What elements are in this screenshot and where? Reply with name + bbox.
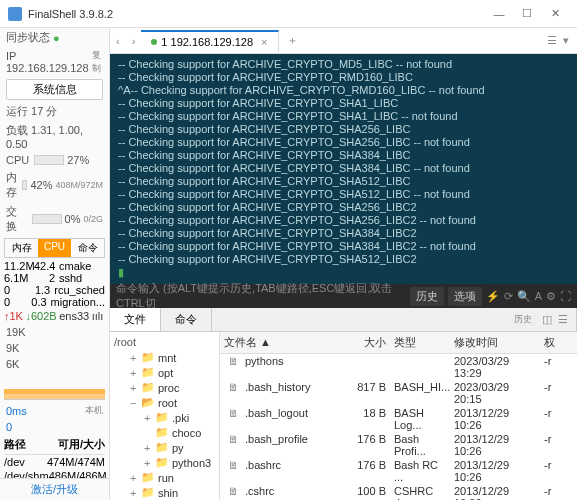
expand-icon: − [130,397,138,409]
file-row[interactable]: 🗎.bash_history817 BBASH_HI...2023/03/29 … [220,380,577,406]
search-icon[interactable]: 🔍 [517,290,531,303]
history-badge[interactable]: 历史 [510,313,536,326]
sidebar-toggle-icon[interactable]: ☰ [547,34,557,47]
proc-tabs[interactable]: 内存 CPU 命令 [4,238,105,258]
file-header[interactable]: 文件名 ▲大小类型修改时间权 [220,332,577,354]
activate-button[interactable]: 激活/升级 [0,478,109,500]
file-row[interactable]: 🗎.bash_profile176 BBash Profi...2013/12/… [220,432,577,458]
tab-cmd[interactable]: 命令 [71,239,104,257]
tree-node[interactable]: +📁 run [112,470,217,485]
tree-node[interactable]: +📁 py [112,440,217,455]
expand-icon: + [130,367,138,379]
tree-node[interactable]: +📁 shin [112,485,217,500]
sparkline [4,374,105,400]
sync-status-label: 同步状态 [6,30,50,45]
file-row[interactable]: 🗎.cshrc100 BCSHRC 文...2013/12/29 10:26-r [220,484,577,500]
options-button[interactable]: 选项 [448,287,482,306]
file-tabs: 文件 命令 历史 ◫ ☰ [110,308,577,332]
tree-node[interactable]: −📂 root [112,395,217,410]
list-icon[interactable]: ☰ [558,313,568,326]
swap-val: 0/2G [83,214,103,224]
breadcrumb[interactable]: /root [112,334,217,350]
term-line: -- Checking support for ARCHIVE_CRYPTO_S… [118,136,569,149]
tab-commands[interactable]: 命令 [161,308,212,331]
dir-tree[interactable]: /root +📁 mnt+📁 opt+📁 proc−📂 root+📁 .pki📁… [110,332,220,500]
flash-icon[interactable]: ⚡ [486,290,500,303]
font-inc-icon[interactable]: A [535,290,542,302]
menu-icon[interactable]: ▾ [563,34,569,47]
tree-node[interactable]: +📁 opt [112,365,217,380]
file-icon: 🗎 [224,355,243,367]
term-line: -- Checking support for ARCHIVE_CRYPTO_S… [118,227,569,240]
tree-node[interactable]: +📁 mnt [112,350,217,365]
file-row[interactable]: 🗎.bashrc176 BBash RC ...2013/12/29 10:26… [220,458,577,484]
term-line: -- Checking support for ARCHIVE_CRYPTO_S… [118,214,569,227]
tab-files[interactable]: 文件 [110,308,161,331]
tab-label: 1 192.168.129.128 [161,36,253,48]
tab-add-icon[interactable]: ＋ [279,33,306,48]
folder-icon: 📁 [155,411,169,424]
tab-prev-icon[interactable]: ‹ [110,35,126,47]
close-button[interactable]: ✕ [541,4,569,24]
tree-node[interactable]: +📁 python3 [112,455,217,470]
cpu-pct: 27% [67,154,89,166]
layout-icon[interactable]: ◫ [542,313,552,326]
file-manager: /root +📁 mnt+📁 opt+📁 proc−📂 root+📁 .pki📁… [110,332,577,500]
term-line: -- Checking support for ARCHIVE_CRYPTO_S… [118,162,569,175]
tree-node[interactable]: 📁 choco [112,425,217,440]
command-bar: 命令输入 (按ALT键提示历史,TAB键路径,ESC键返回,双击CTRL切 历史… [110,284,577,308]
expand-icon: + [144,442,152,454]
proc-table: 11.2M42.4cmake6.1M2sshd01.3rcu_sched00.3… [0,260,109,308]
disk-row[interactable]: /dev474M/474M [4,455,105,469]
tab-next-icon[interactable]: › [126,35,142,47]
mem-pct: 42% [30,179,52,191]
swap-label: 交换 [6,204,27,234]
refresh-icon[interactable]: ⟳ [504,290,513,303]
expand-icon: + [130,472,138,484]
file-list[interactable]: 文件名 ▲大小类型修改时间权 🗎pythons2023/03/29 13:29-… [220,332,577,500]
swap-pct: 0% [65,213,81,225]
expand-icon: + [130,487,138,499]
term-line: -- Checking support for ARCHIVE_CRYPTO_S… [118,188,569,201]
history-button[interactable]: 历史 [410,287,444,306]
file-row[interactable]: 🗎pythons2023/03/29 13:29-r [220,354,577,380]
expand-icon: + [144,412,152,424]
term-line: -- Checking support for ARCHIVE_CRYPTO_S… [118,97,569,110]
runtime-label: 运行 17 分 [0,102,109,121]
folder-icon: 📁 [141,381,155,394]
tab-cpu[interactable]: CPU [38,239,71,257]
tab-close-icon[interactable]: × [261,36,267,48]
proc-row[interactable]: 6.1M2sshd [4,272,105,284]
folder-icon: 📁 [141,486,155,499]
net-if: ens33 [59,310,89,322]
minimize-button[interactable]: — [485,4,513,24]
folder-icon: 📁 [141,471,155,484]
tab-mem[interactable]: 内存 [5,239,38,257]
term-line: ^A-- Checking support for ARCHIVE_CRYPTO… [118,84,569,97]
term-line: -- Checking support for ARCHIVE_CRYPTO_R… [118,71,569,84]
copy-button[interactable]: 复制 [92,49,103,75]
folder-icon: 📁 [155,441,169,454]
terminal[interactable]: -- Checking support for ARCHIVE_CRYPTO_M… [110,54,577,284]
session-tab[interactable]: 1 192.168.129.128 × [141,30,278,52]
folder-icon: 📁 [155,426,169,439]
sysinfo-button[interactable]: 系统信息 [6,79,103,100]
file-row[interactable]: 🗎.bash_logout18 BBASH Log...2013/12/29 1… [220,406,577,432]
maximize-button[interactable]: ☐ [513,4,541,24]
command-input[interactable]: 命令输入 (按ALT键提示历史,TAB键路径,ESC键返回,双击CTRL切 [116,281,406,311]
term-line: -- Checking support for ARCHIVE_CRYPTO_S… [118,253,569,266]
tree-node[interactable]: +📁 proc [112,380,217,395]
net-up: ↑1K [4,310,23,322]
settings-icon[interactable]: ⚙ [546,290,556,303]
status-dot: ● [53,32,60,44]
file-icon: 🗎 [224,433,243,445]
proc-row[interactable]: 11.2M42.4cmake [4,260,105,272]
proc-row[interactable]: 00.3migration... [4,296,105,308]
folder-icon: 📁 [155,456,169,469]
maximize-icon[interactable]: ⛶ [560,290,571,302]
disk-row[interactable]: /dev/shm486M/486M [4,469,105,478]
tree-node[interactable]: +📁 .pki [112,410,217,425]
ip-label: IP 192.168.129.128 [6,50,89,74]
proc-row[interactable]: 01.3rcu_sched [4,284,105,296]
folder-icon: 📁 [141,366,155,379]
